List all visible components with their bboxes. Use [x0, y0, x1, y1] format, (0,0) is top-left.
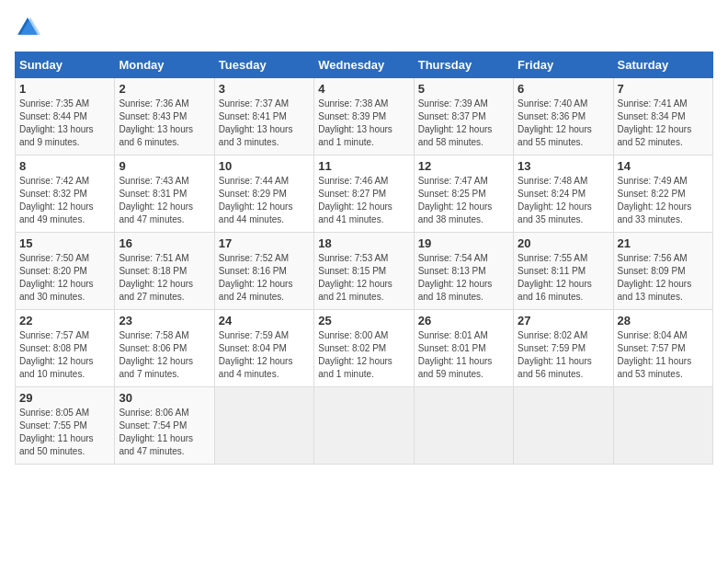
calendar-day-14: 14Sunrise: 7:49 AMSunset: 8:22 PMDayligh… [613, 155, 712, 233]
calendar-day-24: 24Sunrise: 7:59 AMSunset: 8:04 PMDayligh… [214, 310, 313, 387]
calendar-header-row: SundayMondayTuesdayWednesdayThursdayFrid… [16, 52, 713, 78]
header-thursday: Thursday [414, 52, 513, 78]
calendar-day-25: 25Sunrise: 8:00 AMSunset: 8:02 PMDayligh… [314, 310, 414, 387]
calendar-week-row: 8Sunrise: 7:42 AMSunset: 8:32 PMDaylight… [16, 155, 713, 233]
calendar-day-21: 21Sunrise: 7:56 AMSunset: 8:09 PMDayligh… [613, 233, 712, 310]
calendar-empty-cell [314, 387, 414, 465]
calendar-day-17: 17Sunrise: 7:52 AMSunset: 8:16 PMDayligh… [214, 233, 313, 310]
header-saturday: Saturday [613, 52, 712, 78]
calendar-day-15: 15Sunrise: 7:50 AMSunset: 8:20 PMDayligh… [16, 233, 115, 310]
calendar-day-10: 10Sunrise: 7:44 AMSunset: 8:29 PMDayligh… [214, 155, 313, 233]
calendar-week-row: 22Sunrise: 7:57 AMSunset: 8:08 PMDayligh… [16, 310, 713, 387]
header-sunday: Sunday [16, 52, 115, 78]
calendar-day-6: 6Sunrise: 7:40 AMSunset: 8:36 PMDaylight… [514, 78, 613, 155]
header-wednesday: Wednesday [314, 52, 414, 78]
calendar-empty-cell [613, 387, 712, 465]
calendar-day-28: 28Sunrise: 8:04 AMSunset: 7:57 PMDayligh… [613, 310, 712, 387]
calendar-day-27: 27Sunrise: 8:02 AMSunset: 7:59 PMDayligh… [514, 310, 613, 387]
calendar-day-2: 2Sunrise: 7:36 AMSunset: 8:43 PMDaylight… [115, 78, 214, 155]
calendar-empty-cell [214, 387, 313, 465]
calendar-day-29: 29Sunrise: 8:05 AMSunset: 7:55 PMDayligh… [16, 387, 115, 465]
calendar-day-5: 5Sunrise: 7:39 AMSunset: 8:37 PMDaylight… [414, 78, 513, 155]
calendar-day-9: 9Sunrise: 7:43 AMSunset: 8:31 PMDaylight… [115, 155, 214, 233]
calendar-day-7: 7Sunrise: 7:41 AMSunset: 8:34 PMDaylight… [613, 78, 712, 155]
calendar-day-26: 26Sunrise: 8:01 AMSunset: 8:01 PMDayligh… [414, 310, 513, 387]
calendar-day-23: 23Sunrise: 7:58 AMSunset: 8:06 PMDayligh… [115, 310, 214, 387]
page-header [15, 15, 713, 40]
calendar-day-16: 16Sunrise: 7:51 AMSunset: 8:18 PMDayligh… [115, 233, 214, 310]
calendar-day-4: 4Sunrise: 7:38 AMSunset: 8:39 PMDaylight… [314, 78, 414, 155]
logo-icon [15, 15, 40, 40]
calendar-week-row: 29Sunrise: 8:05 AMSunset: 7:55 PMDayligh… [16, 387, 713, 465]
calendar-day-30: 30Sunrise: 8:06 AMSunset: 7:54 PMDayligh… [115, 387, 214, 465]
calendar-empty-cell [514, 387, 613, 465]
calendar-week-row: 1Sunrise: 7:35 AMSunset: 8:44 PMDaylight… [16, 78, 713, 155]
calendar-empty-cell [414, 387, 513, 465]
calendar-day-13: 13Sunrise: 7:48 AMSunset: 8:24 PMDayligh… [514, 155, 613, 233]
calendar-day-1: 1Sunrise: 7:35 AMSunset: 8:44 PMDaylight… [16, 78, 115, 155]
calendar-day-18: 18Sunrise: 7:53 AMSunset: 8:15 PMDayligh… [314, 233, 414, 310]
calendar-day-11: 11Sunrise: 7:46 AMSunset: 8:27 PMDayligh… [314, 155, 414, 233]
logo [15, 15, 44, 40]
calendar-day-19: 19Sunrise: 7:54 AMSunset: 8:13 PMDayligh… [414, 233, 513, 310]
header-friday: Friday [514, 52, 613, 78]
calendar-day-8: 8Sunrise: 7:42 AMSunset: 8:32 PMDaylight… [16, 155, 115, 233]
calendar-table: SundayMondayTuesdayWednesdayThursdayFrid… [15, 52, 713, 465]
calendar-day-22: 22Sunrise: 7:57 AMSunset: 8:08 PMDayligh… [16, 310, 115, 387]
calendar-week-row: 15Sunrise: 7:50 AMSunset: 8:20 PMDayligh… [16, 233, 713, 310]
header-tuesday: Tuesday [214, 52, 313, 78]
calendar-day-20: 20Sunrise: 7:55 AMSunset: 8:11 PMDayligh… [514, 233, 613, 310]
calendar-day-12: 12Sunrise: 7:47 AMSunset: 8:25 PMDayligh… [414, 155, 513, 233]
calendar-day-3: 3Sunrise: 7:37 AMSunset: 8:41 PMDaylight… [214, 78, 313, 155]
header-monday: Monday [115, 52, 214, 78]
